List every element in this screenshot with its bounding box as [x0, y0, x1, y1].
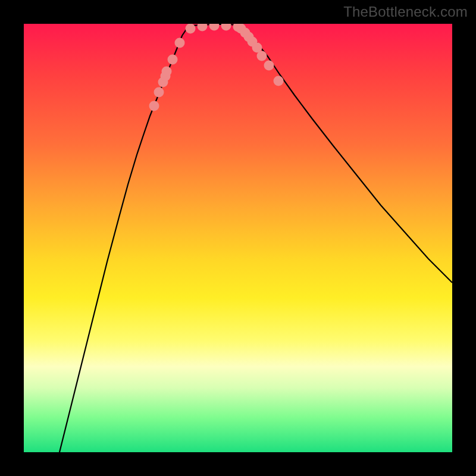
marker-dot — [274, 76, 284, 86]
curve-layer — [24, 24, 452, 452]
marker-dot — [149, 101, 159, 111]
highlight-markers — [149, 24, 284, 111]
marker-dot — [198, 24, 208, 32]
marker-dot — [162, 67, 172, 77]
watermark-text: TheBottleneck.com — [343, 4, 468, 20]
bottleneck-curve — [60, 24, 452, 452]
marker-dot — [221, 24, 231, 31]
plot-area — [24, 24, 452, 452]
marker-dot — [175, 38, 185, 48]
marker-dot — [264, 61, 274, 71]
chart-frame: TheBottleneck.com — [0, 0, 476, 476]
marker-dot — [168, 55, 178, 65]
marker-dot — [257, 51, 267, 61]
marker-dot — [154, 87, 164, 98]
marker-dot — [209, 24, 220, 31]
marker-dot — [186, 24, 196, 34]
